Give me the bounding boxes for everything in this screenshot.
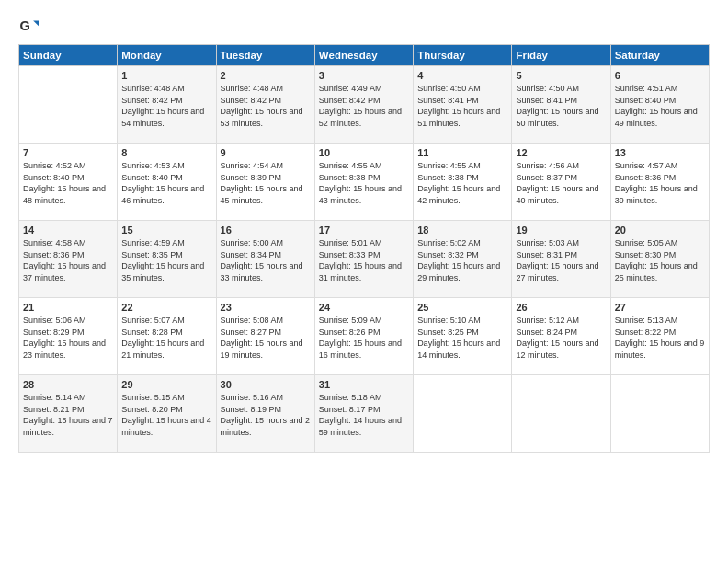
calendar-cell: 10 Sunrise: 4:55 AMSunset: 8:38 PMDaylig… — [314, 144, 413, 221]
day-number: 12 — [516, 147, 606, 158]
calendar-cell: 23 Sunrise: 5:08 AMSunset: 8:27 PMDaylig… — [216, 298, 314, 375]
day-info: Sunrise: 5:03 AMSunset: 8:31 PMDaylight:… — [516, 238, 598, 282]
day-info: Sunrise: 5:09 AMSunset: 8:26 PMDaylight:… — [319, 316, 402, 360]
day-info: Sunrise: 5:08 AMSunset: 8:27 PMDaylight:… — [221, 316, 303, 360]
day-number: 20 — [615, 224, 705, 236]
day-number: 15 — [121, 224, 211, 236]
day-number: 14 — [23, 224, 113, 236]
day-number: 6 — [615, 70, 705, 81]
week-row-2: 14 Sunrise: 4:58 AMSunset: 8:36 PMDaylig… — [19, 221, 710, 298]
day-number: 23 — [221, 302, 311, 313]
day-number: 21 — [23, 302, 113, 313]
day-number: 11 — [417, 147, 507, 158]
day-info: Sunrise: 4:48 AMSunset: 8:42 PMDaylight:… — [221, 84, 303, 128]
day-info: Sunrise: 5:13 AMSunset: 8:22 PMDaylight:… — [615, 316, 705, 360]
calendar-cell: 16 Sunrise: 5:00 AMSunset: 8:34 PMDaylig… — [216, 221, 314, 298]
calendar-cell: 28 Sunrise: 5:14 AMSunset: 8:21 PMDaylig… — [19, 375, 118, 453]
calendar-cell — [414, 375, 512, 453]
week-row-1: 7 Sunrise: 4:52 AMSunset: 8:40 PMDayligh… — [19, 144, 710, 221]
day-info: Sunrise: 5:15 AMSunset: 8:20 PMDaylight:… — [121, 393, 211, 437]
day-number: 2 — [221, 70, 311, 81]
calendar-cell: 1 Sunrise: 4:48 AMSunset: 8:42 PMDayligh… — [118, 66, 216, 144]
calendar-cell: 2 Sunrise: 4:48 AMSunset: 8:42 PMDayligh… — [216, 66, 314, 144]
week-row-3: 21 Sunrise: 5:06 AMSunset: 8:29 PMDaylig… — [19, 298, 710, 375]
day-number: 16 — [221, 224, 311, 236]
weekday-header-wednesday: Wednesday — [314, 45, 413, 66]
day-info: Sunrise: 5:16 AMSunset: 8:19 PMDaylight:… — [221, 393, 311, 437]
day-info: Sunrise: 4:59 AMSunset: 8:35 PMDaylight:… — [121, 238, 204, 282]
day-number: 7 — [23, 147, 113, 158]
day-number: 19 — [516, 224, 606, 236]
weekday-header-saturday: Saturday — [610, 45, 709, 66]
day-number: 25 — [417, 302, 507, 313]
calendar-cell: 19 Sunrise: 5:03 AMSunset: 8:31 PMDaylig… — [512, 221, 610, 298]
day-info: Sunrise: 4:58 AMSunset: 8:36 PMDaylight:… — [23, 238, 106, 282]
day-info: Sunrise: 4:54 AMSunset: 8:39 PMDaylight:… — [221, 161, 303, 205]
calendar-cell: 15 Sunrise: 4:59 AMSunset: 8:35 PMDaylig… — [118, 221, 216, 298]
day-info: Sunrise: 5:06 AMSunset: 8:29 PMDaylight:… — [23, 316, 106, 360]
calendar-cell: 6 Sunrise: 4:51 AMSunset: 8:40 PMDayligh… — [610, 66, 709, 144]
weekday-header-monday: Monday — [118, 45, 216, 66]
day-info: Sunrise: 5:12 AMSunset: 8:24 PMDaylight:… — [516, 316, 598, 360]
week-row-4: 28 Sunrise: 5:14 AMSunset: 8:21 PMDaylig… — [19, 375, 710, 453]
day-number: 26 — [516, 302, 606, 313]
day-info: Sunrise: 5:02 AMSunset: 8:32 PMDaylight:… — [417, 238, 500, 282]
day-info: Sunrise: 4:57 AMSunset: 8:36 PMDaylight:… — [615, 161, 698, 205]
calendar-cell: 27 Sunrise: 5:13 AMSunset: 8:22 PMDaylig… — [610, 298, 709, 375]
calendar-cell: 4 Sunrise: 4:50 AMSunset: 8:41 PMDayligh… — [414, 66, 512, 144]
day-info: Sunrise: 4:50 AMSunset: 8:41 PMDaylight:… — [417, 84, 500, 128]
calendar-cell: 24 Sunrise: 5:09 AMSunset: 8:26 PMDaylig… — [314, 298, 413, 375]
calendar-page: G SundayMondayTuesdayWednesdayThursdayFr… — [0, 0, 728, 563]
day-number: 10 — [319, 147, 409, 158]
calendar-cell: 30 Sunrise: 5:16 AMSunset: 8:19 PMDaylig… — [216, 375, 314, 453]
calendar-cell — [19, 66, 118, 144]
calendar-cell: 7 Sunrise: 4:52 AMSunset: 8:40 PMDayligh… — [19, 144, 118, 221]
weekday-header-thursday: Thursday — [414, 45, 512, 66]
calendar-cell — [610, 375, 709, 453]
day-info: Sunrise: 4:55 AMSunset: 8:38 PMDaylight:… — [417, 161, 500, 205]
day-number: 30 — [221, 379, 311, 390]
weekday-header-row: SundayMondayTuesdayWednesdayThursdayFrid… — [19, 45, 710, 66]
day-info: Sunrise: 5:18 AMSunset: 8:17 PMDaylight:… — [319, 393, 402, 437]
day-number: 9 — [221, 147, 311, 158]
day-info: Sunrise: 4:55 AMSunset: 8:38 PMDaylight:… — [319, 161, 402, 205]
day-number: 28 — [23, 379, 113, 390]
calendar-cell — [512, 375, 610, 453]
calendar-cell: 25 Sunrise: 5:10 AMSunset: 8:25 PMDaylig… — [414, 298, 512, 375]
logo: G — [18, 17, 40, 37]
weekday-header-tuesday: Tuesday — [216, 45, 314, 66]
calendar-cell: 13 Sunrise: 4:57 AMSunset: 8:36 PMDaylig… — [610, 144, 709, 221]
calendar-cell: 11 Sunrise: 4:55 AMSunset: 8:38 PMDaylig… — [414, 144, 512, 221]
day-info: Sunrise: 4:52 AMSunset: 8:40 PMDaylight:… — [23, 161, 106, 205]
logo-icon: G — [18, 17, 39, 37]
day-info: Sunrise: 4:48 AMSunset: 8:42 PMDaylight:… — [121, 84, 204, 128]
calendar-cell: 12 Sunrise: 4:56 AMSunset: 8:37 PMDaylig… — [512, 144, 610, 221]
day-info: Sunrise: 5:10 AMSunset: 8:25 PMDaylight:… — [417, 316, 500, 360]
day-info: Sunrise: 4:51 AMSunset: 8:40 PMDaylight:… — [615, 84, 698, 128]
day-number: 5 — [516, 70, 606, 81]
day-number: 4 — [417, 70, 507, 81]
day-number: 31 — [319, 379, 409, 390]
day-info: Sunrise: 4:56 AMSunset: 8:37 PMDaylight:… — [516, 161, 598, 205]
svg-text:G: G — [19, 18, 29, 33]
calendar-cell: 22 Sunrise: 5:07 AMSunset: 8:28 PMDaylig… — [118, 298, 216, 375]
calendar-cell: 20 Sunrise: 5:05 AMSunset: 8:30 PMDaylig… — [610, 221, 709, 298]
day-number: 27 — [615, 302, 705, 313]
calendar-cell: 31 Sunrise: 5:18 AMSunset: 8:17 PMDaylig… — [314, 375, 413, 453]
day-info: Sunrise: 5:14 AMSunset: 8:21 PMDaylight:… — [23, 393, 113, 437]
header: G — [18, 17, 710, 37]
day-info: Sunrise: 5:01 AMSunset: 8:33 PMDaylight:… — [319, 238, 402, 282]
calendar-cell: 29 Sunrise: 5:15 AMSunset: 8:20 PMDaylig… — [118, 375, 216, 453]
day-info: Sunrise: 5:00 AMSunset: 8:34 PMDaylight:… — [221, 238, 303, 282]
day-info: Sunrise: 4:49 AMSunset: 8:42 PMDaylight:… — [319, 84, 402, 128]
day-number: 8 — [121, 147, 211, 158]
calendar-cell: 8 Sunrise: 4:53 AMSunset: 8:40 PMDayligh… — [118, 144, 216, 221]
calendar-cell: 3 Sunrise: 4:49 AMSunset: 8:42 PMDayligh… — [314, 66, 413, 144]
week-row-0: 1 Sunrise: 4:48 AMSunset: 8:42 PMDayligh… — [19, 66, 710, 144]
calendar-table: SundayMondayTuesdayWednesdayThursdayFrid… — [18, 44, 710, 453]
day-info: Sunrise: 4:53 AMSunset: 8:40 PMDaylight:… — [121, 161, 204, 205]
day-number: 24 — [319, 302, 409, 313]
weekday-header-friday: Friday — [512, 45, 610, 66]
day-number: 13 — [615, 147, 705, 158]
day-number: 1 — [121, 70, 211, 81]
